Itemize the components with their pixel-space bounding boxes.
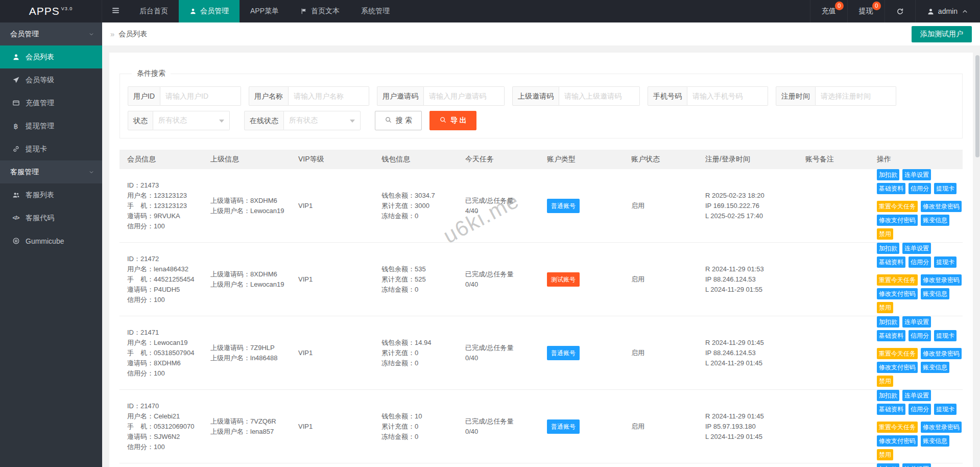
action-button[interactable]: 禁用 bbox=[877, 302, 893, 313]
member-invite-code: SJW6N2 bbox=[154, 433, 180, 440]
action-button[interactable]: 基础资料 bbox=[877, 256, 905, 268]
sidebar-item-0-4[interactable]: 提现卡 bbox=[0, 137, 102, 160]
field-label: ID： bbox=[127, 402, 140, 410]
search-field-input-0[interactable] bbox=[160, 86, 241, 106]
export-button[interactable]: 导 出 bbox=[429, 111, 476, 130]
tasks-label: 已完成/总任务量 bbox=[465, 343, 535, 353]
search-field-input-1[interactable] bbox=[289, 86, 369, 106]
action-button[interactable]: 禁用 bbox=[877, 449, 893, 460]
action-button[interactable]: 基础资料 bbox=[877, 330, 905, 341]
sidebar-item-label: 会员等级 bbox=[26, 76, 54, 85]
sidebar-item-1-2[interactable]: Gummicube bbox=[0, 229, 102, 252]
field-label: 用户名： bbox=[127, 265, 154, 273]
member-id: 21472 bbox=[140, 255, 159, 263]
table-row-4: ID：用户名：手 机：邀请码：信用分：上级邀请码：上级用户名：钱包余额：累计充值… bbox=[119, 463, 963, 467]
action-button[interactable]: 修改支付密码 bbox=[877, 288, 918, 299]
top-nav-item-2[interactable]: APP菜单 bbox=[240, 0, 290, 22]
action-button[interactable]: 修改登录密码 bbox=[921, 422, 962, 433]
action-button[interactable]: 账变信息 bbox=[921, 215, 949, 226]
card-icon bbox=[11, 99, 20, 107]
frozen-amount: 0 bbox=[415, 359, 418, 367]
sidebar-group-1[interactable]: 客服管理 bbox=[0, 160, 102, 183]
top-nav-item-3[interactable]: 首页文本 bbox=[290, 0, 350, 22]
add-test-user-button[interactable]: 添加测试用户 bbox=[912, 26, 972, 42]
status-select-0[interactable]: 所有状态 bbox=[153, 111, 230, 130]
action-button[interactable]: 加扣款 bbox=[877, 243, 899, 254]
action-button[interactable]: 信用分 bbox=[909, 404, 931, 415]
top-nav-item-1[interactable]: 会员管理 bbox=[179, 0, 240, 22]
sidebar-item-label: 客服代码 bbox=[26, 214, 54, 223]
notification-badge: 0 bbox=[835, 2, 844, 10]
action-button[interactable]: 信用分 bbox=[909, 330, 931, 341]
top-nav-item-label: APP菜单 bbox=[250, 7, 279, 16]
sidebar-group-0[interactable]: 会员管理 bbox=[0, 22, 102, 45]
member-id: 21471 bbox=[140, 329, 159, 336]
action-button[interactable]: 连单设置 bbox=[902, 463, 931, 467]
action-button[interactable]: 提现卡 bbox=[934, 183, 957, 194]
action-button[interactable]: 基础资料 bbox=[877, 404, 905, 415]
double-chevron-icon: » bbox=[110, 30, 114, 38]
action-button[interactable]: 账变信息 bbox=[921, 362, 949, 373]
member-username: lena486432 bbox=[154, 265, 188, 273]
action-button[interactable]: 禁用 bbox=[877, 228, 893, 240]
action-button[interactable]: 信用分 bbox=[909, 183, 931, 194]
action-button[interactable]: 加扣款 bbox=[877, 390, 899, 401]
header-action-1[interactable]: 提现0 bbox=[847, 0, 885, 22]
action-button[interactable]: 修改登录密码 bbox=[921, 201, 962, 212]
action-button[interactable]: 提现卡 bbox=[934, 256, 957, 268]
menu-toggle-icon[interactable] bbox=[102, 0, 129, 22]
search-controls-row: 状态所有状态在线状态所有状态 搜 索 导 出 bbox=[128, 111, 954, 130]
action-button[interactable]: 基础资料 bbox=[877, 183, 905, 194]
search-field-group-3: 上级邀请码 bbox=[512, 86, 640, 106]
ip-address: IP 85.97.193.180 bbox=[705, 423, 756, 430]
action-button[interactable]: 加扣款 bbox=[877, 316, 899, 328]
header-action-0[interactable]: 充值0 bbox=[810, 0, 847, 22]
scrollbar-thumb[interactable] bbox=[975, 55, 979, 157]
action-button[interactable]: 重置今天任务 bbox=[877, 274, 918, 286]
action-button[interactable]: 连单设置 bbox=[902, 243, 931, 254]
action-button[interactable]: 账变信息 bbox=[921, 288, 949, 299]
action-button[interactable]: 提现卡 bbox=[934, 404, 957, 415]
status-select-group-0: 状态所有状态 bbox=[128, 111, 230, 130]
search-field-input-5[interactable] bbox=[816, 86, 896, 106]
action-button[interactable]: 加扣款 bbox=[877, 169, 899, 180]
action-button[interactable]: 连单设置 bbox=[902, 169, 931, 180]
header-action-2[interactable] bbox=[885, 0, 915, 22]
sidebar-item-1-0[interactable]: 客服列表 bbox=[0, 183, 102, 206]
action-button[interactable]: 账变信息 bbox=[921, 435, 949, 447]
sidebar-item-0-3[interactable]: ฿提现管理 bbox=[0, 114, 102, 137]
action-button[interactable]: 修改支付密码 bbox=[877, 435, 918, 447]
top-nav-item-label: 首页文本 bbox=[311, 7, 340, 16]
action-button[interactable]: 连单设置 bbox=[902, 390, 931, 401]
top-nav-item-0[interactable]: 后台首页 bbox=[129, 0, 179, 22]
top-nav-item-4[interactable]: 系统管理 bbox=[350, 0, 400, 22]
action-button[interactable]: 加扣款 bbox=[877, 463, 899, 467]
action-button[interactable]: 修改登录密码 bbox=[921, 274, 962, 286]
action-button[interactable]: 重置今天任务 bbox=[877, 422, 918, 433]
action-button[interactable]: 修改支付密码 bbox=[877, 362, 918, 373]
action-button[interactable]: 修改登录密码 bbox=[921, 348, 962, 359]
column-header-0: 会员信息 bbox=[119, 155, 203, 164]
search-field-input-4[interactable] bbox=[687, 86, 768, 106]
sidebar-item-0-1[interactable]: 会员等级 bbox=[0, 68, 102, 91]
member-phone: 05318507904 bbox=[154, 349, 195, 357]
sidebar-item-0-0[interactable]: 会员列表 bbox=[0, 45, 102, 68]
member-credit-score: 100 bbox=[154, 443, 165, 451]
search-field-input-3[interactable] bbox=[559, 86, 640, 106]
action-button[interactable]: 重置今天任务 bbox=[877, 201, 918, 212]
status-select-1[interactable]: 所有状态 bbox=[284, 111, 361, 130]
search-field-group-1: 用户名称 bbox=[249, 86, 369, 106]
action-button[interactable]: 重置今天任务 bbox=[877, 348, 918, 359]
action-button[interactable]: 提现卡 bbox=[934, 330, 957, 341]
search-field-input-2[interactable] bbox=[424, 86, 505, 106]
action-button[interactable]: 信用分 bbox=[909, 256, 931, 268]
search-button[interactable]: 搜 索 bbox=[375, 111, 422, 130]
action-button[interactable]: 修改支付密码 bbox=[877, 215, 918, 226]
sidebar-item-0-2[interactable]: 充值管理 bbox=[0, 91, 102, 114]
action-button[interactable]: 禁用 bbox=[877, 376, 893, 387]
sidebar-item-1-1[interactable]: </>客服代码 bbox=[0, 206, 102, 229]
header-action-3[interactable]: admin bbox=[915, 0, 980, 22]
app-logo-text: APPS bbox=[29, 5, 60, 17]
account-status: 启用 bbox=[631, 202, 644, 209]
action-button[interactable]: 连单设置 bbox=[902, 316, 931, 328]
